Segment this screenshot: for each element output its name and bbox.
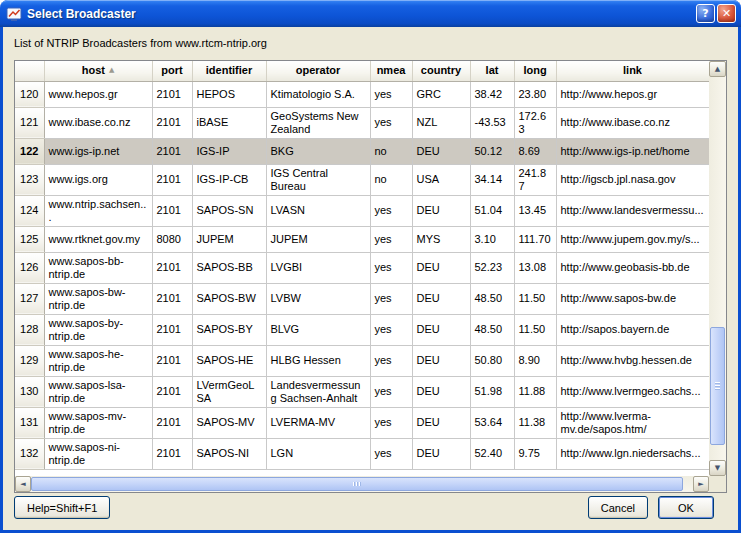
cell-long[interactable]: 9.75 (514, 438, 556, 469)
vertical-scroll-thumb[interactable] (710, 327, 725, 445)
column-header-lat[interactable]: lat (470, 61, 514, 81)
cell-link[interactable]: http://www.landesvermessu... (556, 195, 709, 226)
cell-nmea[interactable]: yes (370, 283, 412, 314)
cell-nmea[interactable]: yes (370, 252, 412, 283)
cell-lat[interactable]: 50.80 (470, 345, 514, 376)
column-header-num[interactable] (15, 61, 44, 81)
cell-operator[interactable]: HLBG Hessen (266, 345, 370, 376)
scroll-down-button[interactable]: ▼ (709, 460, 726, 476)
cell-lat[interactable]: 52.40 (470, 438, 514, 469)
cell-port[interactable]: 2101 (152, 107, 192, 138)
cell-host[interactable]: www.sapos-mv-ntrip.de (44, 407, 152, 438)
cell-lat[interactable]: -43.53 (470, 107, 514, 138)
cell-host[interactable]: www.sapos-lsa-ntrip.de (44, 376, 152, 407)
cell-operator[interactable]: BLVG (266, 314, 370, 345)
cell-country[interactable]: DEU (412, 376, 470, 407)
cell-lat[interactable]: 48.50 (470, 283, 514, 314)
row-number[interactable]: 128 (15, 314, 44, 345)
cell-link[interactable]: http://igscb.jpl.nasa.gov (556, 164, 709, 195)
cell-host[interactable]: www.hepos.gr (44, 81, 152, 107)
cell-link[interactable]: http://www.lgn.niedersachs... (556, 438, 709, 469)
table-row[interactable]: 123www.igs.org2101IGS-IP-CBIGS Central B… (15, 164, 709, 195)
cell-port[interactable]: 2101 (152, 138, 192, 164)
cell-lat[interactable]: 38.42 (470, 81, 514, 107)
cell-identifier[interactable]: IGS-IP (192, 138, 266, 164)
cell-long[interactable]: 13.08 (514, 252, 556, 283)
cell-link[interactable]: http://sapos.bayern.de (556, 314, 709, 345)
table-row[interactable]: 127www.sapos-bw-ntrip.de2101SAPOS-BWLVBW… (15, 283, 709, 314)
cell-country[interactable]: DEU (412, 252, 470, 283)
column-header-nmea[interactable]: nmea (370, 61, 412, 81)
cell-long[interactable]: 8.90 (514, 345, 556, 376)
cell-long[interactable]: 172.63 (514, 107, 556, 138)
cell-identifier[interactable]: SAPOS-SN (192, 195, 266, 226)
cell-nmea[interactable]: yes (370, 107, 412, 138)
cell-operator[interactable]: Landesvermessung Sachsen-Anhalt (266, 376, 370, 407)
cell-port[interactable]: 8080 (152, 226, 192, 252)
table-row[interactable]: 126www.sapos-bb-ntrip.de2101SAPOS-BBLVGB… (15, 252, 709, 283)
cell-host[interactable]: www.rtknet.gov.my (44, 226, 152, 252)
horizontal-scrollbar[interactable]: ◄ ► (15, 476, 709, 492)
cell-nmea[interactable]: no (370, 164, 412, 195)
table-row[interactable]: 128www.sapos-by-ntrip.de2101SAPOS-BYBLVG… (15, 314, 709, 345)
cell-host[interactable]: www.sapos-ni-ntrip.de (44, 438, 152, 469)
cell-operator[interactable]: IGS Central Bureau (266, 164, 370, 195)
cell-identifier[interactable]: SAPOS-BW (192, 283, 266, 314)
cell-nmea[interactable]: yes (370, 376, 412, 407)
cell-long[interactable]: 13.45 (514, 195, 556, 226)
table-row[interactable]: 132www.sapos-ni-ntrip.de2101SAPOS-NILGNy… (15, 438, 709, 469)
cell-long[interactable]: 11.88 (514, 376, 556, 407)
column-header-port[interactable]: port (152, 61, 192, 81)
titlebar-help-button[interactable]: ? (696, 4, 715, 23)
column-header-identifier[interactable]: identifier (192, 61, 266, 81)
scroll-up-button[interactable]: ▲ (709, 61, 726, 77)
cell-host[interactable]: www.sapos-bb-ntrip.de (44, 252, 152, 283)
cell-host[interactable]: www.ntrip.sachsen... (44, 195, 152, 226)
cell-lat[interactable]: 34.14 (470, 164, 514, 195)
cell-lat[interactable]: 53.64 (470, 407, 514, 438)
cell-port[interactable]: 2101 (152, 81, 192, 107)
cell-port[interactable]: 2101 (152, 283, 192, 314)
column-header-country[interactable]: country (412, 61, 470, 81)
titlebar-close-button[interactable]: ✕ (717, 4, 736, 23)
cell-lat[interactable]: 50.12 (470, 138, 514, 164)
cell-link[interactable]: http://www.geobasis-bb.de (556, 252, 709, 283)
cell-link[interactable]: http://www.ibase.co.nz (556, 107, 709, 138)
ok-button[interactable]: OK (658, 496, 714, 519)
cell-nmea[interactable]: no (370, 138, 412, 164)
cell-operator[interactable]: LGN (266, 438, 370, 469)
row-number[interactable]: 120 (15, 81, 44, 107)
cell-port[interactable]: 2101 (152, 376, 192, 407)
table-row[interactable]: 125www.rtknet.gov.my8080JUPEMJUPEMyesMYS… (15, 226, 709, 252)
cell-long[interactable]: 8.69 (514, 138, 556, 164)
cell-country[interactable]: DEU (412, 314, 470, 345)
cell-identifier[interactable]: SAPOS-MV (192, 407, 266, 438)
horizontal-scroll-track[interactable] (31, 476, 693, 492)
cell-nmea[interactable]: yes (370, 81, 412, 107)
cell-lat[interactable]: 51.98 (470, 376, 514, 407)
cell-port[interactable]: 2101 (152, 407, 192, 438)
cell-host[interactable]: www.sapos-he-ntrip.de (44, 345, 152, 376)
cell-long[interactable]: 23.80 (514, 81, 556, 107)
cell-nmea[interactable]: yes (370, 226, 412, 252)
cell-identifier[interactable]: SAPOS-HE (192, 345, 266, 376)
cell-link[interactable]: http://www.jupem.gov.my/s... (556, 226, 709, 252)
cell-nmea[interactable]: yes (370, 314, 412, 345)
cell-link[interactable]: http://www.hepos.gr (556, 81, 709, 107)
cell-country[interactable]: MYS (412, 226, 470, 252)
scroll-left-button[interactable]: ◄ (15, 476, 31, 492)
row-number[interactable]: 130 (15, 376, 44, 407)
cell-identifier[interactable]: IGS-IP-CB (192, 164, 266, 195)
column-header-link[interactable]: link (556, 61, 709, 81)
cell-country[interactable]: DEU (412, 407, 470, 438)
cell-port[interactable]: 2101 (152, 345, 192, 376)
cell-long[interactable]: 241.87 (514, 164, 556, 195)
cell-host[interactable]: www.sapos-by-ntrip.de (44, 314, 152, 345)
row-number[interactable]: 127 (15, 283, 44, 314)
cell-link[interactable]: http://www.lvermgeo.sachs... (556, 376, 709, 407)
cell-identifier[interactable]: SAPOS-NI (192, 438, 266, 469)
row-number[interactable]: 123 (15, 164, 44, 195)
cell-port[interactable]: 2101 (152, 252, 192, 283)
cell-nmea[interactable]: yes (370, 195, 412, 226)
horizontal-scroll-thumb[interactable] (31, 477, 683, 491)
